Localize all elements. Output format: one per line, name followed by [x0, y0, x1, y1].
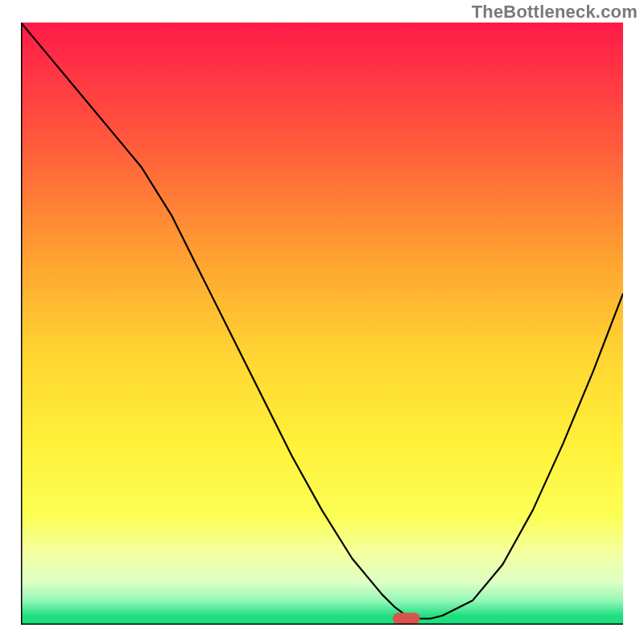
plot-area	[21, 23, 623, 625]
optimal-marker	[393, 613, 420, 624]
bottleneck-chart	[21, 23, 623, 625]
gradient-background	[21, 23, 623, 625]
watermark-text: TheBottleneck.com	[472, 2, 638, 23]
chart-container: TheBottleneck.com	[0, 0, 644, 644]
